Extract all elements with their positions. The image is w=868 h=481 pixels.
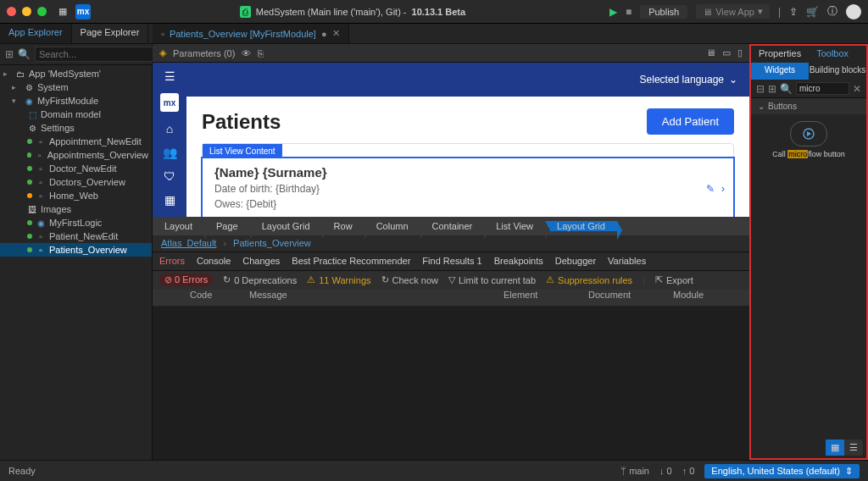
add-patient-button[interactable]: Add Patient: [647, 108, 734, 135]
chevron-right-icon[interactable]: ›: [721, 183, 725, 195]
maximize-window-icon[interactable]: [37, 7, 47, 16]
tablet-view-icon[interactable]: ▭: [722, 47, 731, 58]
chevron-down-icon[interactable]: ⌄: [729, 74, 737, 86]
list-item[interactable]: {Name} {Surname} Date of birth: {Birthda…: [203, 158, 733, 217]
edit-icon[interactable]: ✎: [706, 183, 715, 195]
tree-module[interactable]: ▾◉MyFirstModule: [0, 94, 152, 108]
crumb-row[interactable]: Row: [322, 221, 364, 231]
eye-icon[interactable]: 👁: [242, 48, 251, 58]
users-icon[interactable]: 👥: [163, 146, 177, 159]
crumb-listview[interactable]: List View: [484, 221, 545, 231]
path-atlas[interactable]: Atlas_Default: [161, 238, 216, 248]
view-app-button[interactable]: 🖥 View App ▾: [696, 4, 770, 19]
share-icon[interactable]: ⇪: [789, 6, 798, 18]
close-icon[interactable]: ✕: [332, 28, 340, 39]
outgoing-count[interactable]: ↑ 0: [682, 466, 695, 476]
crumb-layoutgrid-active[interactable]: Layout Grid: [545, 221, 617, 231]
language-selector[interactable]: English, United States (default)⇕: [704, 464, 860, 478]
crumb-container[interactable]: Container: [420, 221, 485, 231]
tree-patient-newedit[interactable]: ▫Patient_NewEdit: [0, 229, 152, 243]
status-dot-icon: [27, 247, 32, 252]
shield-icon[interactable]: 🛡: [164, 169, 175, 183]
tab-find-results[interactable]: Find Results 1: [422, 256, 481, 266]
parameters-label[interactable]: Parameters (0): [173, 48, 235, 58]
tab-changes[interactable]: Changes: [242, 256, 280, 266]
col-element[interactable]: Element: [504, 290, 571, 306]
crumb-layout[interactable]: Layout: [153, 221, 204, 231]
col-message[interactable]: Message: [249, 290, 487, 306]
tree-home-web[interactable]: ▫Home_Web: [0, 189, 152, 202]
check-now-button[interactable]: ↻Check now: [381, 274, 438, 285]
editor-tab-patients-overview[interactable]: ▫ Patients_Overview [MyFirstModule] ● ✕: [153, 24, 349, 43]
tab-variables[interactable]: Variables: [608, 256, 646, 266]
publish-button[interactable]: Publish: [640, 5, 687, 19]
errors-count[interactable]: ⊘ 0 Errors: [159, 274, 213, 286]
selected-language-label[interactable]: Selected language: [640, 74, 724, 86]
tree-system[interactable]: ▸⚙System: [0, 80, 152, 94]
tab-page-explorer[interactable]: Page Explorer: [72, 24, 149, 43]
deprecations-count[interactable]: ↻0 Deprecations: [223, 274, 297, 285]
info-icon[interactable]: ⓘ: [827, 4, 837, 19]
expand-icon[interactable]: ⊞: [768, 83, 776, 95]
col-module[interactable]: Module: [673, 290, 741, 306]
widget-group-buttons[interactable]: ⌄Buttons: [751, 98, 866, 114]
incoming-count[interactable]: ↓ 0: [659, 466, 672, 476]
tab-bpr[interactable]: Best Practice Recommender: [292, 256, 410, 266]
list-view-icon[interactable]: ☰: [844, 440, 863, 456]
hamburger-icon[interactable]: ☰: [164, 69, 175, 83]
crumb-column[interactable]: Column: [364, 221, 420, 231]
tree-app[interactable]: ▸🗀App 'MedSystem': [0, 67, 152, 80]
calendar-icon[interactable]: ▦: [164, 193, 175, 207]
subtab-building-blocks[interactable]: Building blocks: [809, 63, 866, 80]
link-icon[interactable]: ⎘: [258, 48, 264, 58]
tree-doctors-overview[interactable]: ▫Doctors_Overview: [0, 175, 152, 189]
warnings-count[interactable]: ⚠11 Warnings: [307, 274, 370, 285]
clear-icon[interactable]: ✕: [853, 83, 861, 95]
tree-domain-model[interactable]: ⬚Domain model: [0, 108, 152, 121]
tab-app-explorer[interactable]: App Explorer: [0, 24, 72, 43]
search-input[interactable]: [35, 47, 160, 62]
stop-icon[interactable]: ■: [626, 6, 632, 18]
col-code[interactable]: Code: [190, 290, 232, 306]
expand-icon[interactable]: ⊞: [5, 48, 14, 60]
minimize-window-icon[interactable]: [22, 7, 31, 16]
project-tree[interactable]: ▸🗀App 'MedSystem' ▸⚙System ▾◉MyFirstModu…: [0, 65, 152, 460]
export-button[interactable]: ⇱Export: [655, 274, 693, 285]
phone-view-icon[interactable]: ▯: [737, 47, 743, 58]
collapse-icon[interactable]: ⊟: [756, 83, 765, 95]
tab-breakpoints[interactable]: Breakpoints: [494, 256, 543, 266]
list-view[interactable]: List View Content {Name} {Surname} Date …: [202, 143, 734, 217]
tree-myfirstlogic[interactable]: ◉MyFirstLogic: [0, 216, 152, 229]
tree-patients-overview[interactable]: ▫Patients_Overview: [0, 243, 152, 257]
limit-tab-toggle[interactable]: ▽Limit to current tab: [448, 274, 536, 285]
tree-images[interactable]: 🖼Images: [0, 202, 152, 216]
tree-appointments-overview[interactable]: ▫Appointments_Overview: [0, 148, 152, 162]
cart-icon[interactable]: 🛒: [806, 6, 819, 18]
page-canvas[interactable]: ☰ mx ⌂ 👥 🛡 ▦ Selected language ⌄ Patient…: [153, 63, 749, 217]
tab-errors[interactable]: Errors: [159, 256, 185, 266]
close-window-icon[interactable]: [7, 7, 16, 16]
tab-toolbox[interactable]: Toolbox: [809, 46, 856, 63]
tab-debugger[interactable]: Debugger: [555, 256, 596, 266]
crumb-page[interactable]: Page: [204, 221, 250, 231]
branch-indicator[interactable]: ᛘ main: [620, 466, 649, 476]
widget-call-microflow-button[interactable]: Call microflow button: [751, 114, 866, 166]
subtab-widgets[interactable]: Widgets: [751, 63, 809, 80]
tree-appointment-newedit[interactable]: ▫Appointment_NewEdit: [0, 135, 152, 148]
tree-settings[interactable]: ⚙Settings: [0, 121, 152, 135]
view-mode-toggle[interactable]: ▦ ☰: [826, 440, 863, 456]
avatar[interactable]: [846, 4, 861, 19]
home-icon[interactable]: ⌂: [166, 122, 173, 135]
run-icon[interactable]: ▶: [609, 6, 617, 18]
desktop-view-icon[interactable]: 🖥: [706, 47, 715, 58]
tree-doctor-newedit[interactable]: ▫Doctor_NewEdit: [0, 162, 152, 175]
grid-icon[interactable]: ▦: [55, 4, 70, 19]
path-page[interactable]: Patients_Overview: [233, 238, 311, 248]
col-document[interactable]: Document: [588, 290, 656, 306]
grid-view-icon[interactable]: ▦: [826, 440, 844, 456]
toolbox-search-input[interactable]: [796, 82, 849, 95]
suppression-rules-button[interactable]: ⚠Suppression rules: [546, 274, 632, 285]
crumb-layoutgrid[interactable]: Layout Grid: [250, 221, 322, 231]
tab-console[interactable]: Console: [197, 256, 231, 266]
tab-properties[interactable]: Properties: [751, 46, 809, 63]
